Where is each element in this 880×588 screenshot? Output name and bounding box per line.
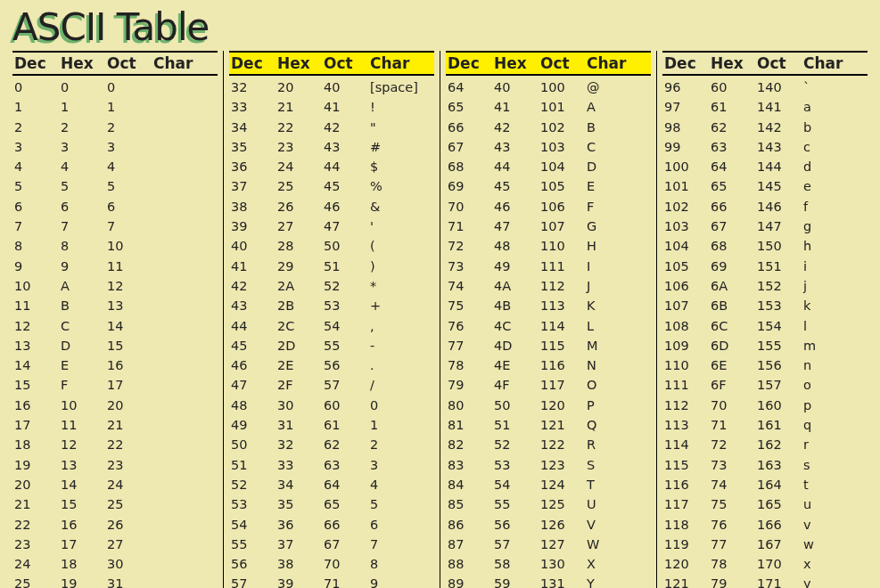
cell-hex: 0 — [59, 78, 105, 97]
cell-oct: 131 — [539, 574, 585, 588]
cell-dec: 11 — [12, 296, 59, 315]
cell-hex: 56 — [492, 515, 539, 535]
table-row: 14E16 — [12, 355, 218, 375]
cell-dec: 1 — [12, 97, 59, 117]
table-row: 231727 — [12, 535, 218, 554]
cell-char: q — [802, 415, 868, 435]
cell-char — [152, 118, 218, 137]
table-row: 9862142b — [662, 118, 868, 137]
cell-dec: 37 — [229, 176, 276, 196]
table-row: 8151121Q — [446, 415, 651, 435]
table-row: 784E116N — [446, 355, 651, 375]
cell-oct: 30 — [105, 554, 152, 574]
table-row: 7046106F — [446, 197, 651, 216]
table-row: 9761141a — [662, 97, 868, 117]
cell-oct: 1 — [105, 97, 152, 117]
cell-oct: 151 — [755, 257, 802, 276]
cell-hex: 15 — [59, 494, 105, 514]
cell-hex: 6E — [709, 355, 755, 375]
cell-oct: 0 — [105, 78, 152, 97]
cell-dec: 6 — [12, 197, 59, 216]
table-row: 6743103C — [446, 137, 651, 157]
cell-hex: 54 — [492, 475, 539, 494]
cell-hex: 6 — [59, 197, 105, 216]
cell-char: e — [802, 176, 868, 196]
cell-oct: 4 — [105, 157, 152, 176]
cell-hex: 34 — [276, 475, 322, 494]
cell-dec: 77 — [446, 336, 492, 355]
cell-char: l — [802, 316, 868, 336]
cell-oct: 62 — [322, 435, 368, 454]
cell-oct: 26 — [105, 515, 152, 535]
cell-hex: 2E — [276, 355, 322, 375]
table-row: 5032622 — [229, 435, 434, 454]
cell-dec: 80 — [446, 396, 492, 415]
cell-hex: 50 — [492, 396, 539, 415]
cell-oct: 45 — [322, 176, 368, 196]
cell-char: A — [585, 97, 651, 117]
header-hex: Hex — [59, 53, 105, 74]
cell-hex: 73 — [709, 455, 755, 475]
cell-dec: 0 — [12, 78, 59, 97]
cell-hex: 33 — [276, 455, 322, 475]
cell-dec: 70 — [446, 197, 492, 216]
cell-dec: 17 — [12, 415, 59, 435]
cell-char: K — [585, 296, 651, 315]
cell-hex: 38 — [276, 554, 322, 574]
cell-hex: 30 — [276, 396, 322, 415]
cell-oct: 27 — [105, 535, 152, 554]
cell-dec: 53 — [229, 494, 276, 514]
table-row: 402850( — [229, 236, 434, 256]
cell-oct: 14 — [105, 316, 152, 336]
cell-char: V — [585, 515, 651, 535]
cell-hex: 1 — [59, 97, 105, 117]
cell-dec: 108 — [662, 316, 709, 336]
cell-char: ( — [368, 236, 434, 256]
cell-dec: 75 — [446, 296, 492, 315]
cell-oct: 113 — [539, 296, 585, 315]
cell-hex: 60 — [709, 78, 755, 97]
cell-hex: 4A — [492, 276, 539, 296]
cell-dec: 4 — [12, 157, 59, 176]
table-row: 372545% — [229, 176, 434, 196]
cell-hex: 65 — [709, 176, 755, 196]
table-row: 422A52* — [229, 276, 434, 296]
cell-dec: 86 — [446, 515, 492, 535]
cell-oct: 146 — [755, 197, 802, 216]
table-row: 8858130X — [446, 554, 651, 574]
header-oct: Oct — [322, 53, 368, 74]
table-row: 774D115M — [446, 336, 651, 355]
cell-oct: 127 — [539, 535, 585, 554]
cell-dec: 16 — [12, 396, 59, 415]
table-row: 6541101A — [446, 97, 651, 117]
cell-hex: B — [59, 296, 105, 315]
cell-char: 3 — [368, 455, 434, 475]
cell-dec: 41 — [229, 257, 276, 276]
cell-dec: 23 — [12, 535, 59, 554]
table-row: 1096D155m — [662, 336, 868, 355]
cell-hex: 12 — [59, 435, 105, 454]
cell-dec: 82 — [446, 435, 492, 454]
cell-dec: 10 — [12, 276, 59, 296]
page-title: ASCII Table ASCII Table — [0, 0, 880, 51]
cell-dec: 115 — [662, 455, 709, 475]
cell-char — [152, 137, 218, 157]
cell-oct: 23 — [105, 455, 152, 475]
cell-hex: C — [59, 316, 105, 336]
cell-hex: 9 — [59, 257, 105, 276]
cell-oct: 10 — [105, 236, 152, 256]
cell-hex: 23 — [276, 137, 322, 157]
cell-dec: 65 — [446, 97, 492, 117]
cell-oct: 42 — [322, 118, 368, 137]
cell-char — [152, 276, 218, 296]
cell-oct: 153 — [755, 296, 802, 315]
table-row: 5739719 — [229, 574, 434, 588]
cell-dec: 48 — [229, 396, 276, 415]
cell-dec: 102 — [662, 197, 709, 216]
table-row: 332141! — [229, 97, 434, 117]
cell-char — [152, 494, 218, 514]
cell-hex: 45 — [492, 176, 539, 196]
cell-dec: 66 — [446, 118, 492, 137]
cell-char — [152, 157, 218, 176]
header-char: Char — [152, 53, 218, 74]
